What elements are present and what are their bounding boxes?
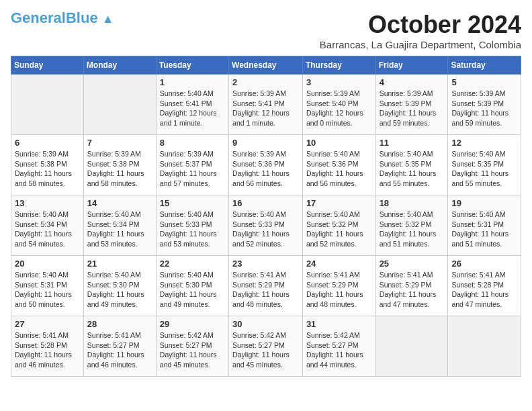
cell-content: Sunrise: 5:40 AMSunset: 5:33 PMDaylight:…: [160, 210, 225, 249]
day-number: 12: [451, 138, 517, 148]
cell-content: Sunrise: 5:39 AMSunset: 5:40 PMDaylight:…: [306, 89, 372, 128]
day-number: 24: [306, 259, 372, 269]
location-title: Barrancas, La Guajira Department, Colomb…: [320, 39, 521, 50]
cell-content: Sunrise: 5:42 AMSunset: 5:27 PMDaylight:…: [306, 330, 372, 370]
cell-content: Sunrise: 5:41 AMSunset: 5:28 PMDaylight:…: [15, 330, 80, 370]
cell-content: Sunrise: 5:40 AMSunset: 5:35 PMDaylight:…: [380, 149, 445, 189]
day-number: 10: [306, 138, 372, 148]
cell-content: Sunrise: 5:40 AMSunset: 5:35 PMDaylight:…: [451, 149, 517, 189]
calendar-cell: 15Sunrise: 5:40 AMSunset: 5:33 PMDayligh…: [156, 195, 228, 256]
cell-content: Sunrise: 5:42 AMSunset: 5:27 PMDaylight:…: [232, 330, 299, 370]
day-number: 6: [15, 138, 80, 148]
day-number: 22: [160, 259, 225, 269]
day-number: 7: [87, 138, 152, 148]
page-header: GeneralBlue ▲ October 2024 Barrancas, La…: [11, 11, 521, 50]
cell-content: Sunrise: 5:39 AMSunset: 5:36 PMDaylight:…: [232, 149, 299, 189]
calendar-week-row: 13Sunrise: 5:40 AMSunset: 5:34 PMDayligh…: [11, 195, 521, 256]
calendar-cell: 25Sunrise: 5:41 AMSunset: 5:29 PMDayligh…: [375, 256, 448, 316]
day-number: 20: [15, 259, 80, 269]
cell-content: Sunrise: 5:40 AMSunset: 5:30 PMDaylight:…: [160, 270, 225, 310]
cell-content: Sunrise: 5:39 AMSunset: 5:39 PMDaylight:…: [451, 89, 517, 128]
calendar-cell: 8Sunrise: 5:39 AMSunset: 5:37 PMDaylight…: [156, 135, 228, 195]
cell-content: Sunrise: 5:41 AMSunset: 5:29 PMDaylight:…: [306, 270, 372, 310]
calendar-cell: 31Sunrise: 5:42 AMSunset: 5:27 PMDayligh…: [302, 316, 375, 377]
day-number: 9: [232, 138, 299, 148]
column-header-thursday: Thursday: [302, 56, 375, 75]
cell-content: Sunrise: 5:40 AMSunset: 5:31 PMDaylight:…: [15, 270, 80, 310]
cell-content: Sunrise: 5:40 AMSunset: 5:32 PMDaylight:…: [380, 210, 445, 249]
cell-content: Sunrise: 5:39 AMSunset: 5:38 PMDaylight:…: [87, 149, 152, 189]
logo-blue: Blue: [66, 9, 98, 26]
column-header-monday: Monday: [83, 56, 156, 75]
calendar-cell: 29Sunrise: 5:42 AMSunset: 5:27 PMDayligh…: [156, 316, 228, 377]
cell-content: Sunrise: 5:39 AMSunset: 5:41 PMDaylight:…: [232, 89, 299, 128]
calendar-cell: 21Sunrise: 5:40 AMSunset: 5:30 PMDayligh…: [83, 256, 156, 316]
calendar-cell: 4Sunrise: 5:39 AMSunset: 5:39 PMDaylight…: [375, 75, 448, 135]
calendar-cell: 7Sunrise: 5:39 AMSunset: 5:38 PMDaylight…: [83, 135, 156, 195]
calendar-cell: 28Sunrise: 5:41 AMSunset: 5:27 PMDayligh…: [83, 316, 156, 377]
day-number: 25: [380, 259, 445, 269]
calendar-cell: 3Sunrise: 5:39 AMSunset: 5:40 PMDaylight…: [302, 75, 375, 135]
day-number: 17: [306, 198, 372, 208]
calendar-cell: 26Sunrise: 5:41 AMSunset: 5:28 PMDayligh…: [448, 256, 521, 316]
calendar-week-row: 27Sunrise: 5:41 AMSunset: 5:28 PMDayligh…: [11, 316, 521, 377]
calendar-header-row: SundayMondayTuesdayWednesdayThursdayFrid…: [11, 56, 521, 75]
logo: GeneralBlue ▲: [11, 11, 114, 26]
day-number: 19: [451, 198, 517, 208]
day-number: 16: [232, 198, 299, 208]
cell-content: Sunrise: 5:41 AMSunset: 5:29 PMDaylight:…: [232, 270, 299, 310]
title-section: October 2024 Barrancas, La Guajira Depar…: [320, 11, 521, 50]
calendar-week-row: 6Sunrise: 5:39 AMSunset: 5:38 PMDaylight…: [11, 135, 521, 195]
calendar-cell: 13Sunrise: 5:40 AMSunset: 5:34 PMDayligh…: [11, 195, 84, 256]
calendar-table: SundayMondayTuesdayWednesdayThursdayFrid…: [11, 56, 521, 377]
calendar-cell: [83, 75, 156, 135]
calendar-cell: [448, 316, 521, 377]
day-number: 3: [306, 77, 372, 87]
logo-icon: ▲: [102, 12, 114, 26]
calendar-cell: 12Sunrise: 5:40 AMSunset: 5:35 PMDayligh…: [448, 135, 521, 195]
calendar-cell: 5Sunrise: 5:39 AMSunset: 5:39 PMDaylight…: [448, 75, 521, 135]
day-number: 11: [380, 138, 445, 148]
day-number: 29: [160, 319, 225, 329]
day-number: 26: [451, 259, 517, 269]
cell-content: Sunrise: 5:40 AMSunset: 5:31 PMDaylight:…: [451, 210, 517, 249]
calendar-cell: 1Sunrise: 5:40 AMSunset: 5:41 PMDaylight…: [156, 75, 228, 135]
cell-content: Sunrise: 5:39 AMSunset: 5:38 PMDaylight:…: [15, 149, 80, 189]
cell-content: Sunrise: 5:40 AMSunset: 5:33 PMDaylight:…: [232, 210, 299, 249]
column-header-friday: Friday: [375, 56, 448, 75]
day-number: 18: [380, 198, 445, 208]
calendar-cell: 22Sunrise: 5:40 AMSunset: 5:30 PMDayligh…: [156, 256, 228, 316]
calendar-week-row: 1Sunrise: 5:40 AMSunset: 5:41 PMDaylight…: [11, 75, 521, 135]
calendar-week-row: 20Sunrise: 5:40 AMSunset: 5:31 PMDayligh…: [11, 256, 521, 316]
cell-content: Sunrise: 5:39 AMSunset: 5:37 PMDaylight:…: [160, 149, 225, 189]
day-number: 21: [87, 259, 152, 269]
cell-content: Sunrise: 5:40 AMSunset: 5:41 PMDaylight:…: [160, 89, 225, 128]
cell-content: Sunrise: 5:40 AMSunset: 5:34 PMDaylight:…: [15, 210, 80, 249]
day-number: 15: [160, 198, 225, 208]
day-number: 23: [232, 259, 299, 269]
day-number: 1: [160, 77, 225, 87]
column-header-wednesday: Wednesday: [229, 56, 303, 75]
column-header-saturday: Saturday: [448, 56, 521, 75]
calendar-cell: 30Sunrise: 5:42 AMSunset: 5:27 PMDayligh…: [229, 316, 303, 377]
day-number: 31: [306, 319, 372, 329]
calendar-cell: 23Sunrise: 5:41 AMSunset: 5:29 PMDayligh…: [229, 256, 303, 316]
day-number: 5: [451, 77, 517, 87]
cell-content: Sunrise: 5:41 AMSunset: 5:27 PMDaylight:…: [87, 330, 152, 370]
calendar-cell: 10Sunrise: 5:40 AMSunset: 5:36 PMDayligh…: [302, 135, 375, 195]
calendar-cell: 16Sunrise: 5:40 AMSunset: 5:33 PMDayligh…: [229, 195, 303, 256]
calendar-cell: 11Sunrise: 5:40 AMSunset: 5:35 PMDayligh…: [375, 135, 448, 195]
day-number: 27: [15, 319, 80, 329]
calendar-cell: 20Sunrise: 5:40 AMSunset: 5:31 PMDayligh…: [11, 256, 84, 316]
cell-content: Sunrise: 5:42 AMSunset: 5:27 PMDaylight:…: [160, 330, 225, 370]
column-header-tuesday: Tuesday: [156, 56, 228, 75]
cell-content: Sunrise: 5:41 AMSunset: 5:28 PMDaylight:…: [451, 270, 517, 310]
calendar-cell: 17Sunrise: 5:40 AMSunset: 5:32 PMDayligh…: [302, 195, 375, 256]
calendar-cell: [375, 316, 448, 377]
cell-content: Sunrise: 5:39 AMSunset: 5:39 PMDaylight:…: [380, 89, 445, 128]
day-number: 30: [232, 319, 299, 329]
calendar-cell: 27Sunrise: 5:41 AMSunset: 5:28 PMDayligh…: [11, 316, 84, 377]
cell-content: Sunrise: 5:40 AMSunset: 5:30 PMDaylight:…: [87, 270, 152, 310]
logo-general: General: [11, 9, 66, 26]
calendar-cell: [11, 75, 84, 135]
